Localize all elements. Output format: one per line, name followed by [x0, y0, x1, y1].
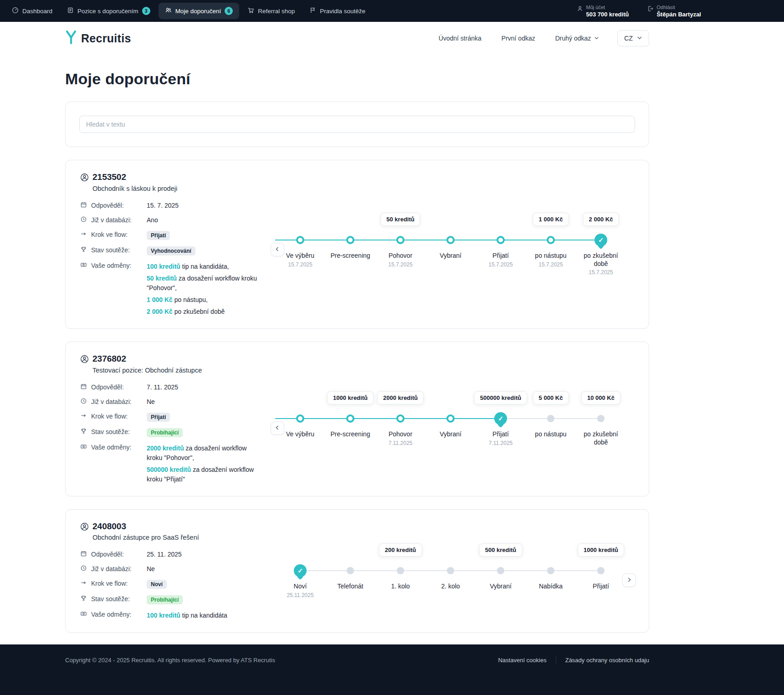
- logo-mark-icon: [65, 30, 77, 46]
- reward-tooltip: 2000 kreditů: [377, 391, 424, 404]
- user-circle-icon: [80, 172, 89, 184]
- step-node-done: [396, 414, 405, 423]
- step-node-current: ✓: [494, 412, 507, 425]
- cart-icon: [247, 7, 254, 15]
- position-title: Obchodní zástupce pro SaaS řešení: [92, 534, 199, 541]
- reward-tooltip: 50 kreditů: [380, 213, 420, 226]
- position-title: Testovací pozice: Obchodní zástupce: [92, 367, 202, 374]
- banknote-icon: [80, 610, 91, 619]
- timeline-step: Vybraní: [425, 213, 476, 276]
- step-node-done: [346, 236, 354, 244]
- banknote-icon: [80, 261, 91, 270]
- timeline-step: Přijatí15.7.2025: [476, 213, 526, 276]
- nav-item-moje-doporuceni[interactable]: Moje doporučení 6: [159, 3, 240, 19]
- step-node-future: [597, 415, 605, 422]
- timeline-step: 500000 kreditů✓Přijatí7.11.2025: [476, 391, 526, 446]
- nav-item-pozice[interactable]: Pozice s doporučením 3: [61, 3, 157, 19]
- header-nav: Úvodní stránka První odkaz Druhý odkaz C…: [439, 30, 649, 46]
- position-id: 2153502: [92, 172, 177, 183]
- copyright-text: Copyright © 2024 - 2025 Recruitis. All r…: [65, 657, 275, 664]
- timeline-prev-button[interactable]: [271, 421, 284, 435]
- trophy-icon: [80, 595, 91, 603]
- logout-block[interactable]: Odhlásit Štěpán Bartyzal: [647, 5, 701, 18]
- step-node-future: [447, 567, 454, 574]
- footer-link-cookies[interactable]: Nastavení cookies: [498, 657, 546, 664]
- logout-label: Odhlásit: [656, 5, 701, 10]
- flow-step-badge: Přijatí: [147, 231, 170, 240]
- timeline-step: 2 000 Kč✓po zkušební době15.7.2025: [576, 213, 626, 276]
- contest-status-badge: Probíhající: [147, 428, 183, 437]
- position-id: 2408003: [92, 521, 199, 532]
- chevron-left-icon: [275, 245, 280, 254]
- step-node-current: ✓: [294, 564, 307, 577]
- users-icon: [165, 7, 172, 15]
- arrow-right-icon: [80, 230, 91, 239]
- timeline-step: 1000 kreditůPřijatí: [576, 543, 626, 598]
- workflow-timeline: Ve výběru 1000 kreditůPre-screening 2000…: [275, 391, 630, 446]
- rewards-list: 2000 kreditů za dosažení workflow kroku …: [147, 443, 262, 484]
- in-database-value: Ne: [147, 565, 262, 572]
- timeline-step: 1000 kreditůPre-screening: [325, 391, 375, 446]
- step-node-done: [446, 236, 455, 244]
- calendar-icon: [80, 383, 91, 392]
- nav-item-referral-shop[interactable]: Referral shop: [241, 3, 301, 19]
- header-link-druhy[interactable]: Druhý odkaz: [555, 35, 600, 42]
- contest-status-badge: Probíhající: [147, 595, 183, 604]
- in-database-value: Ne: [147, 398, 262, 405]
- step-node-done: [547, 236, 555, 244]
- person-icon: [577, 5, 583, 18]
- logout-icon: [647, 5, 653, 18]
- position-id: 2376802: [92, 354, 202, 364]
- step-node-done: [497, 236, 505, 244]
- reward-tooltip: 10 000 Kč: [581, 391, 620, 404]
- workflow-timeline: ✓Noví25.11.2025 Telefonát 200 kreditů1. …: [275, 543, 630, 598]
- flow-step-badge: Noví: [147, 580, 167, 589]
- arrow-right-icon: [80, 412, 91, 421]
- position-title: Obchodník s láskou k prodeji: [92, 185, 177, 192]
- reward-tooltip: 200 kreditů: [379, 543, 422, 557]
- step-node-future: [597, 567, 605, 574]
- list-icon: [67, 7, 74, 15]
- top-navbar: Dashboard Pozice s doporučením 3 Moje do…: [0, 0, 784, 22]
- navbar-account-area: Můj účet 503 700 kreditů Odhlásit Štěpán…: [577, 5, 784, 18]
- footer-link-privacy[interactable]: Zásady ochrany osobních udaju: [565, 657, 649, 664]
- footer-divider: [556, 656, 556, 664]
- nav-badge: 6: [225, 7, 233, 15]
- search-input[interactable]: [79, 116, 635, 133]
- history-icon: [80, 565, 91, 573]
- user-name: Štěpán Bartyzal: [656, 11, 701, 18]
- step-node-future: [347, 567, 354, 574]
- step-node-future: [397, 567, 404, 574]
- timeline-next-button[interactable]: [622, 573, 636, 587]
- header-link-prvni[interactable]: První odkaz: [502, 35, 535, 42]
- timeline-prev-button[interactable]: [271, 243, 284, 256]
- step-node-done: [346, 414, 354, 423]
- reward-tooltip: 2 000 Kč: [583, 213, 619, 226]
- banknote-icon: [80, 443, 91, 452]
- reward-tooltip: 1000 kreditů: [578, 543, 624, 557]
- calendar-icon: [80, 550, 91, 559]
- timeline-step: 200 kreditů1. kolo: [375, 543, 425, 598]
- flow-step-badge: Přijatí: [147, 413, 170, 422]
- timeline-step: Pre-screening: [325, 213, 375, 276]
- referral-card: 2153502 Obchodník s láskou k prodeji Odp…: [65, 160, 649, 329]
- timeline-step: 10 000 Kčpo zkušební době: [576, 391, 626, 446]
- page-title: Moje doporučení: [65, 70, 649, 88]
- referral-card: 2376802 Testovací pozice: Obchodní zástu…: [65, 342, 649, 496]
- nav-item-pravidla[interactable]: Pravidla soutěže: [303, 3, 372, 19]
- logo[interactable]: Recruitis: [65, 30, 131, 46]
- account-label: Můj účet: [586, 5, 629, 10]
- workflow-timeline: Ve výběru15.7.2025 Pre-screening 50 kred…: [275, 213, 630, 276]
- referral-card: 2408003 Obchodní zástupce pro SaaS řešen…: [65, 509, 649, 633]
- reward-tooltip: 500 kreditů: [479, 543, 523, 557]
- answered-date: 15. 7. 2025: [147, 201, 262, 209]
- language-selector[interactable]: CZ: [617, 30, 649, 46]
- footer: Copyright © 2024 - 2025 Recruitis. All r…: [0, 644, 784, 695]
- brand-name: Recruitis: [81, 32, 131, 45]
- contest-status-badge: Vyhodnocování: [147, 246, 195, 256]
- timeline-step: 1 000 Kčpo nástupu15.7.2025: [526, 213, 576, 276]
- account-credits[interactable]: Můj účet 503 700 kreditů: [577, 5, 629, 18]
- nav-item-dashboard[interactable]: Dashboard: [5, 3, 59, 19]
- chevron-down-icon: [594, 35, 599, 42]
- header-link-uvodni[interactable]: Úvodní stránka: [439, 35, 482, 42]
